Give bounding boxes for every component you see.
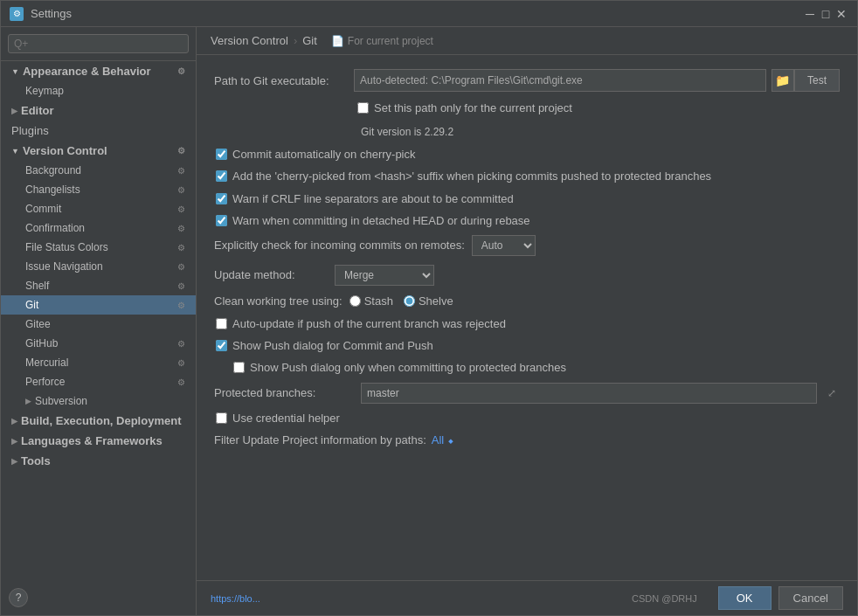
expand-icon: ▶ <box>11 457 17 466</box>
auto-update-row: Auto-update if push of the current branc… <box>214 316 840 332</box>
cancel-button[interactable]: Cancel <box>778 586 843 610</box>
warn-detached-label: Warn when committing in detached HEAD or… <box>232 213 530 229</box>
update-method-select[interactable]: Merge Rebase Branch Default <box>335 265 434 286</box>
sidebar-item-gitee[interactable]: Gitee <box>1 315 196 334</box>
expand-icon: ▶ <box>11 107 17 115</box>
commit-cherry-pick-checkbox[interactable] <box>216 149 227 160</box>
path-field: 📁 <box>354 69 794 92</box>
checkbox-warn-crlf: Warn if CRLF line separators are about t… <box>214 191 840 207</box>
sidebar-item-perforce[interactable]: Perforce ⚙ <box>1 372 196 391</box>
incoming-label: Explicitly check for incoming commits on… <box>214 239 465 252</box>
protected-branches-label: Protected branches: <box>214 386 354 399</box>
warn-crlf-checkbox[interactable] <box>216 193 227 204</box>
shelve-option[interactable]: Shelve <box>404 294 453 308</box>
minimize-button[interactable]: ─ <box>803 7 817 21</box>
auto-update-checkbox[interactable] <box>216 318 227 329</box>
settings-icon: ⚙ <box>10 7 24 21</box>
git-settings-content: Path to Git executable: 📁 Test Set this … <box>197 55 857 580</box>
expand-icon: ▼ <box>11 147 19 156</box>
search-input[interactable] <box>8 34 189 53</box>
breadcrumb-version-control[interactable]: Version Control <box>211 34 288 47</box>
settings-cog-icon: ⚙ <box>177 301 185 310</box>
filter-link[interactable]: All ⬥ <box>432 433 454 446</box>
search-box <box>1 27 196 61</box>
warn-crlf-label: Warn if CRLF line separators are about t… <box>232 191 514 207</box>
settings-cog-icon: ⚙ <box>177 224 185 233</box>
title-controls: ─ □ ✕ <box>803 7 848 21</box>
show-push-checkbox[interactable] <box>216 340 227 351</box>
sidebar-item-git[interactable]: Git ⚙ <box>1 295 196 315</box>
sidebar-item-plugins[interactable]: Plugins <box>1 121 196 141</box>
clean-tree-radio-group: Stash Shelve <box>349 294 453 308</box>
ok-button[interactable]: OK <box>718 586 772 610</box>
breadcrumb-git: Git <box>302 34 317 47</box>
add-cherry-picked-checkbox[interactable] <box>216 170 227 182</box>
title-bar: ⚙ Settings ─ □ ✕ <box>1 1 857 27</box>
show-push-label: Show Push dialog for Commit and Push <box>232 338 433 354</box>
path-label: Path to Git executable: <box>214 74 354 87</box>
status-url: https://blo... <box>211 593 625 604</box>
stash-radio[interactable] <box>349 295 361 307</box>
expand-icon: ▼ <box>11 67 19 76</box>
sidebar-item-github[interactable]: GitHub ⚙ <box>1 334 196 353</box>
auto-update-label: Auto-update if push of the current branc… <box>232 316 506 332</box>
sidebar-item-appearance[interactable]: ▼ Appearance & Behavior ⚙ <box>1 61 196 81</box>
maximize-button[interactable]: □ <box>819 7 833 21</box>
sidebar-item-version-control[interactable]: ▼ Version Control ⚙ <box>1 141 196 161</box>
protected-expand-button[interactable]: ⤢ <box>824 385 840 401</box>
settings-cog-icon: ⚙ <box>177 166 185 176</box>
warn-detached-checkbox[interactable] <box>216 215 227 226</box>
show-push-protected-label: Show Push dialog only when committing to… <box>250 360 566 376</box>
protected-branches-row: Protected branches: ⤢ <box>214 383 840 404</box>
window-title: Settings <box>31 7 72 20</box>
clean-tree-row: Clean working tree using: Stash Shelve <box>214 294 840 308</box>
settings-cog-icon: ⚙ <box>177 66 185 76</box>
shelve-radio[interactable] <box>404 295 415 307</box>
help-button[interactable]: ? <box>9 588 28 607</box>
browse-button[interactable]: 📁 <box>772 69 794 92</box>
show-push-protected-checkbox[interactable] <box>233 362 245 373</box>
settings-cog-icon: ⚙ <box>177 204 185 214</box>
settings-cog-icon: ⚙ <box>177 358 185 368</box>
expand-icon: ▶ <box>25 397 31 405</box>
sidebar-item-tools[interactable]: ▶ Tools <box>1 451 196 471</box>
commit-cherry-pick-label: Commit automatically on cherry-pick <box>232 147 416 163</box>
sidebar-item-changelists[interactable]: Changelists ⚙ <box>1 180 196 199</box>
title-bar-left: ⚙ Settings <box>10 7 72 21</box>
checkbox-cherry-pick: Commit automatically on cherry-pick <box>214 147 840 163</box>
sidebar-item-mercurial[interactable]: Mercurial ⚙ <box>1 353 196 372</box>
sidebar-item-languages[interactable]: ▶ Languages & Frameworks <box>1 431 196 451</box>
checkbox-add-cherry-picked: Add the 'cherry-picked from <hash>' suff… <box>214 169 840 184</box>
sidebar-item-editor[interactable]: ▶ Editor <box>1 100 196 121</box>
filter-row: Filter Update Project information by pat… <box>214 433 840 446</box>
test-button[interactable]: Test <box>794 69 840 92</box>
sidebar-item-shelf[interactable]: Shelf ⚙ <box>1 276 196 295</box>
protected-branches-input[interactable] <box>361 383 817 404</box>
credential-helper-checkbox[interactable] <box>216 412 227 424</box>
settings-cog-icon: ⚙ <box>177 262 185 272</box>
close-button[interactable]: ✕ <box>834 7 848 21</box>
settings-panel: Version Control › Git 📄For current proje… <box>197 27 857 615</box>
git-path-input[interactable] <box>354 69 766 92</box>
sidebar: ▼ Appearance & Behavior ⚙ Keymap ▶ Edito… <box>1 27 197 615</box>
path-row: Path to Git executable: 📁 Test <box>214 69 840 92</box>
status-text: CSDN @DRHJ <box>632 593 697 604</box>
sidebar-item-file-status-colors[interactable]: File Status Colors ⚙ <box>1 238 196 257</box>
clean-tree-label: Clean working tree using: <box>214 294 343 308</box>
sidebar-item-background[interactable]: Background ⚙ <box>1 161 196 180</box>
incoming-select[interactable]: Auto Always Never <box>472 235 536 256</box>
set-path-label: Set this path only for the current proje… <box>374 100 572 116</box>
sidebar-item-build[interactable]: ▶ Build, Execution, Deployment <box>1 411 196 431</box>
sidebar-item-confirmation[interactable]: Confirmation ⚙ <box>1 218 196 238</box>
incoming-row: Explicitly check for incoming commits on… <box>214 235 840 256</box>
main-content: ▼ Appearance & Behavior ⚙ Keymap ▶ Edito… <box>1 27 857 615</box>
sidebar-item-commit[interactable]: Commit ⚙ <box>1 199 196 218</box>
breadcrumb: Version Control › Git 📄For current proje… <box>197 27 857 55</box>
sidebar-item-keymap[interactable]: Keymap <box>1 81 196 100</box>
sidebar-item-subversion[interactable]: ▶ Subversion <box>1 391 196 411</box>
filter-label: Filter Update Project information by pat… <box>214 433 426 446</box>
sidebar-item-issue-navigation[interactable]: Issue Navigation ⚙ <box>1 257 196 276</box>
set-path-checkbox[interactable] <box>357 102 369 114</box>
settings-cog-icon: ⚙ <box>177 339 185 349</box>
stash-option[interactable]: Stash <box>349 294 393 308</box>
